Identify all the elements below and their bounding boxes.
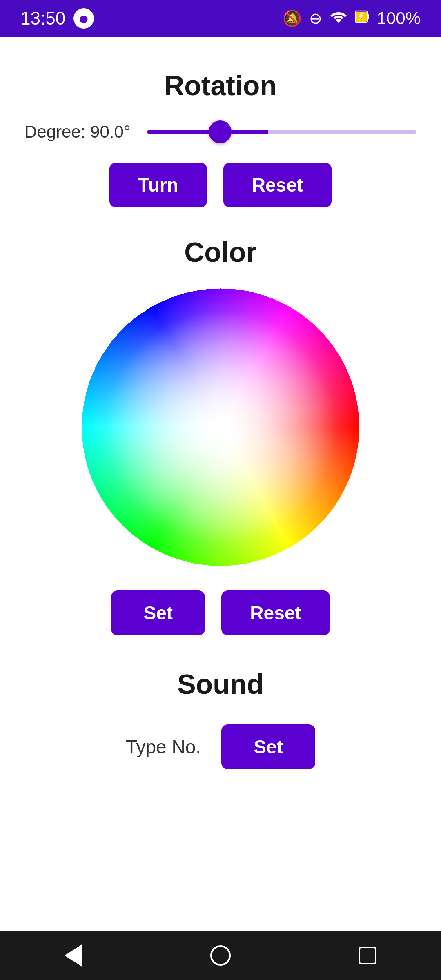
status-left: 13:50 ● — [20, 8, 94, 29]
color-title: Color — [184, 236, 257, 268]
color-wheel[interactable] — [82, 288, 359, 566]
color-picker-dot — [210, 417, 231, 437]
nav-recents-button[interactable] — [351, 939, 384, 972]
slider-container[interactable]: input[type=range]::-webkit-slider-runnab… — [147, 122, 416, 142]
back-icon — [65, 944, 82, 967]
status-bar: 13:50 ● 🔕 ⊖ 100% — [0, 0, 441, 37]
nav-back-button[interactable] — [57, 939, 90, 972]
battery-text: 100% — [377, 9, 421, 28]
wifi-icon — [330, 9, 347, 28]
battery-icon — [355, 9, 370, 28]
rotation-slider[interactable] — [147, 130, 416, 134]
color-buttons: Set Reset — [111, 590, 330, 635]
sound-section: Sound Type No. Set — [24, 668, 416, 769]
degree-label: Degree: 90.0° — [24, 122, 131, 142]
status-app-icon: ● — [74, 8, 94, 29]
home-icon — [210, 945, 231, 966]
type-no-label: Type No. — [126, 736, 201, 758]
rotation-buttons: Turn Reset — [109, 163, 332, 207]
sound-title: Sound — [177, 668, 264, 700]
rotation-title: Rotation — [164, 69, 277, 101]
turn-button[interactable]: Turn — [109, 163, 207, 207]
nav-bar — [0, 931, 441, 980]
color-reset-button[interactable]: Reset — [221, 590, 330, 635]
svg-rect-1 — [368, 14, 369, 19]
rotation-reset-button[interactable]: Reset — [223, 163, 332, 207]
status-right: 🔕 ⊖ 100% — [283, 9, 421, 28]
color-set-button[interactable]: Set — [111, 590, 205, 635]
color-section: Color Set Reset — [24, 236, 416, 635]
rotation-section: Rotation Degree: 90.0° input[type=range]… — [24, 69, 416, 207]
recents-icon — [359, 947, 376, 964]
status-time: 13:50 — [20, 8, 65, 29]
mute-icon: 🔕 — [283, 9, 302, 27]
nav-home-button[interactable] — [204, 939, 237, 972]
sound-set-button[interactable]: Set — [221, 724, 315, 769]
degree-row: Degree: 90.0° input[type=range]::-webkit… — [24, 122, 416, 142]
sound-row: Type No. Set — [126, 724, 315, 769]
dnd-icon: ⊖ — [309, 9, 322, 27]
main-content: Rotation Degree: 90.0° input[type=range]… — [0, 37, 441, 931]
